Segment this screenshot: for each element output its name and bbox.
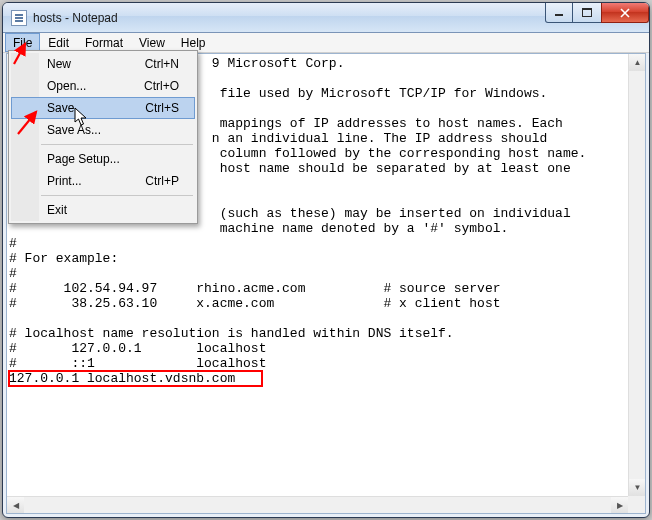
window-controls <box>546 3 649 23</box>
menu-item-shortcut: Ctrl+N <box>145 57 179 71</box>
menu-item-exit[interactable]: Exit <box>11 199 195 221</box>
scroll-up-button[interactable]: ▲ <box>629 54 646 71</box>
menu-item-label: Page Setup... <box>47 152 120 166</box>
menu-separator <box>41 144 193 145</box>
scrollbar-corner <box>628 496 645 513</box>
menu-item-save-as[interactable]: Save As... <box>11 119 195 141</box>
menu-item-label: Print... <box>47 174 82 188</box>
menu-separator <box>41 195 193 196</box>
scroll-right-button[interactable]: ▶ <box>611 497 628 514</box>
svg-rect-0 <box>555 14 563 16</box>
notepad-icon <box>11 10 27 26</box>
menu-item-shortcut: Ctrl+O <box>144 79 179 93</box>
menu-item-save[interactable]: Save Ctrl+S <box>11 97 195 119</box>
menu-item-new[interactable]: New Ctrl+N <box>11 53 195 75</box>
menu-item-print[interactable]: Print... Ctrl+P <box>11 170 195 192</box>
maximize-button[interactable] <box>572 3 602 23</box>
titlebar: hosts - Notepad <box>3 3 649 33</box>
scroll-left-button[interactable]: ◀ <box>7 497 24 514</box>
menu-item-shortcut: Ctrl+P <box>145 174 179 188</box>
menu-item-label: Open... <box>47 79 86 93</box>
menu-item-shortcut: Ctrl+S <box>145 101 179 115</box>
vertical-scrollbar[interactable]: ▲ ▼ <box>628 54 645 496</box>
file-menu-dropdown: New Ctrl+N Open... Ctrl+O Save Ctrl+S Sa… <box>8 50 198 224</box>
menu-item-page-setup[interactable]: Page Setup... <box>11 148 195 170</box>
svg-rect-2 <box>582 8 592 10</box>
menu-item-label: Save <box>47 101 74 115</box>
minimize-button[interactable] <box>545 3 573 23</box>
menu-item-label: New <box>47 57 71 71</box>
window-title: hosts - Notepad <box>33 11 118 25</box>
horizontal-scrollbar[interactable]: ◀ ▶ <box>7 496 628 513</box>
menu-item-label: Exit <box>47 203 67 217</box>
close-button[interactable] <box>601 3 649 23</box>
scroll-down-button[interactable]: ▼ <box>629 479 646 496</box>
menu-item-open[interactable]: Open... Ctrl+O <box>11 75 195 97</box>
menu-item-label: Save As... <box>47 123 101 137</box>
